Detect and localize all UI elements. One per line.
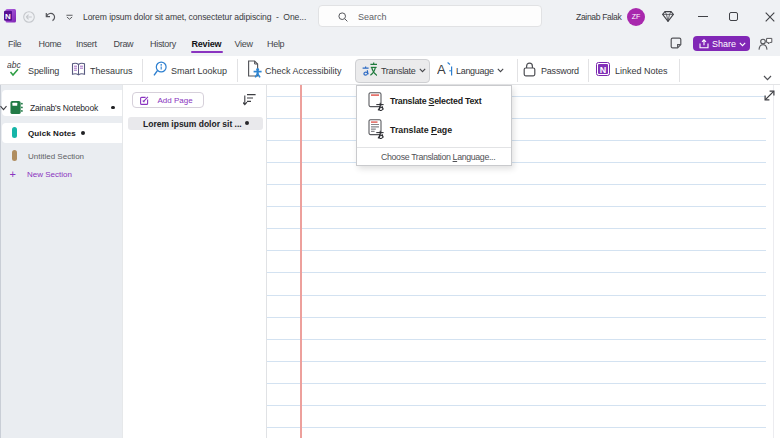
svg-text:A: A [437,62,446,77]
svg-text:abc: abc [7,60,21,70]
svg-text:N: N [600,65,607,75]
svg-text:N: N [5,12,11,21]
